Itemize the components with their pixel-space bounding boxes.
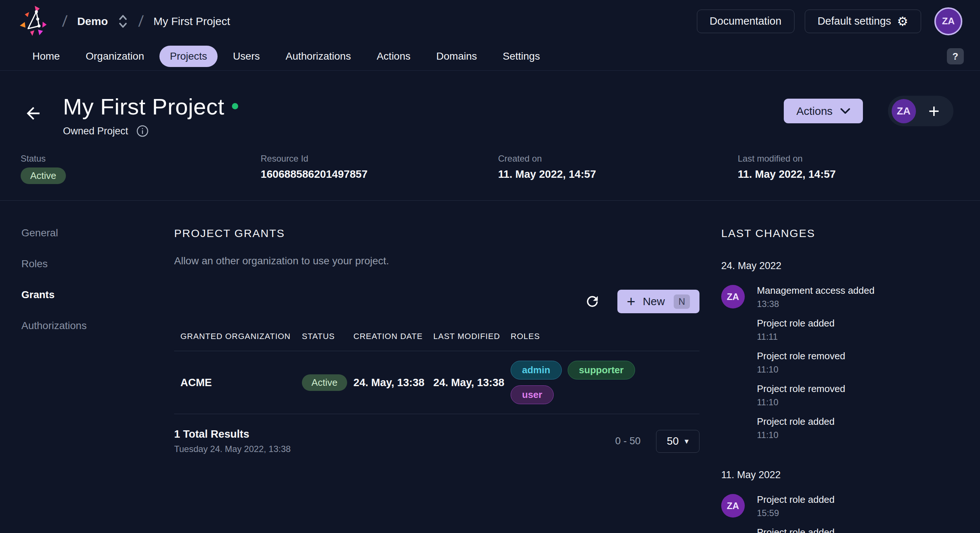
new-grant-button[interactable]: + New N	[617, 290, 700, 313]
change-event[interactable]: Project role removed 11:10	[757, 383, 874, 407]
changes-event-list: Management access added 13:38 Project ro…	[757, 285, 874, 449]
total-results-timestamp: Tuesday 24. May 2022, 13:38	[174, 444, 291, 454]
meta-value: 11. May 2022, 14:57	[498, 168, 738, 180]
info-icon[interactable]	[136, 125, 149, 137]
cell-status: Active	[302, 374, 353, 391]
meta-row: Status Active Resource Id 16068858620149…	[0, 137, 980, 184]
meta-value: 11. May 2022, 14:57	[738, 168, 836, 180]
column-header-creation-date: CREATION DATE	[353, 332, 433, 341]
org-switcher-unfold-icon[interactable]	[118, 14, 129, 29]
change-event[interactable]: Project role added 15:59	[757, 494, 835, 518]
status-badge: Active	[21, 167, 66, 184]
change-event-title: Project role removed	[757, 383, 874, 395]
change-event[interactable]: Project role removed 11:10	[757, 350, 874, 375]
page-title: My First Project	[63, 94, 224, 119]
top-bar: / Demo / My First Project Documentation …	[0, 0, 980, 42]
change-author-avatar[interactable]: ZA	[721, 285, 745, 309]
user-avatar[interactable]: ZA	[934, 7, 963, 35]
tab-authorizations[interactable]: Authorizations	[275, 46, 361, 67]
zitadel-logo-icon[interactable]	[19, 5, 52, 38]
help-icon: ?	[952, 51, 958, 62]
breadcrumb-project[interactable]: My First Project	[154, 15, 230, 28]
grants-description: Allow an other organization to use your …	[174, 255, 700, 267]
sidebar-item-roles[interactable]: Roles	[21, 258, 174, 270]
grants-section: PROJECT GRANTS Allow an other organizati…	[174, 227, 700, 533]
meta-label: Resource Id	[261, 153, 498, 164]
column-header-last-modified: LAST MODIFIED	[433, 332, 511, 341]
sidebar-item-authorizations[interactable]: Authorizations	[21, 320, 174, 332]
change-author-avatar[interactable]: ZA	[721, 494, 745, 517]
last-changes-panel: LAST CHANGES 24. May 2022 ZA Management …	[700, 227, 980, 533]
meta-field-resource-id: Resource Id 160688586201497857	[261, 153, 498, 184]
totals-block: 1 Total Results Tuesday 24. May 2022, 13…	[174, 428, 291, 454]
role-chip-supporter: supporter	[568, 361, 635, 380]
change-event[interactable]: Project role added 11:11	[757, 318, 874, 342]
status-badge: Active	[302, 374, 347, 391]
actions-menu-button[interactable]: Actions	[784, 99, 862, 123]
cell-granted-organization: ACME	[180, 377, 302, 389]
last-changes-title: LAST CHANGES	[721, 227, 965, 240]
change-event-title: Project role added	[757, 416, 874, 427]
change-event-title: Project role added	[757, 494, 835, 505]
help-button[interactable]: ?	[947, 48, 964, 64]
tab-projects[interactable]: Projects	[159, 46, 217, 67]
breadcrumb-separator: /	[138, 13, 144, 30]
page-size-select[interactable]: 50 ▾	[656, 430, 700, 453]
meta-label: Status	[21, 153, 261, 164]
total-results-label: 1 Total Results	[174, 428, 291, 440]
default-settings-button[interactable]: Default settings ⚙	[805, 10, 921, 33]
change-event[interactable]: Project role added 15:59	[757, 527, 835, 533]
role-chip-user: user	[511, 385, 554, 404]
change-event-title: Project role added	[757, 527, 835, 533]
active-state-dot-icon	[232, 103, 238, 109]
changes-group-date: 24. May 2022	[721, 260, 965, 272]
breadcrumb-separator: /	[62, 13, 68, 30]
gear-icon: ⚙	[897, 15, 908, 28]
tab-organization[interactable]: Organization	[75, 46, 154, 67]
contributor-avatar[interactable]: ZA	[892, 99, 916, 123]
table-footer: 1 Total Results Tuesday 24. May 2022, 13…	[174, 428, 700, 454]
breadcrumb-org[interactable]: Demo	[77, 15, 108, 28]
avatar-initials: ZA	[727, 291, 739, 302]
tab-home[interactable]: Home	[22, 46, 70, 67]
grants-toolbar: + New N	[174, 290, 700, 313]
tab-actions[interactable]: Actions	[366, 46, 421, 67]
grant-table-row[interactable]: ACME Active 24. May, 13:38 24. May, 13:3…	[174, 351, 700, 414]
change-event-time: 11:10	[757, 397, 874, 407]
tab-users[interactable]: Users	[223, 46, 270, 67]
tab-settings[interactable]: Settings	[493, 46, 550, 67]
sidebar-item-grants[interactable]: Grants	[21, 289, 174, 301]
changes-avatar-column: ZA	[721, 494, 757, 533]
new-label: New	[643, 295, 665, 308]
changes-event-list: Project role added 15:59 Project role ad…	[757, 494, 835, 533]
page-header: My First Project Owned Project Actions Z…	[0, 71, 980, 137]
actions-label: Actions	[796, 105, 832, 118]
change-event[interactable]: Project role added 11:10	[757, 416, 874, 440]
back-arrow-icon[interactable]	[24, 104, 43, 123]
add-contributor-button[interactable]: +	[929, 102, 940, 121]
page-size-value: 50	[667, 435, 678, 447]
changes-group-date: 11. May 2022	[721, 469, 965, 481]
refresh-icon[interactable]	[584, 293, 600, 310]
tab-domains[interactable]: Domains	[426, 46, 487, 67]
change-event-time: 11:10	[757, 430, 874, 440]
meta-label: Created on	[498, 153, 738, 164]
avatar-initials: ZA	[942, 16, 955, 27]
change-event[interactable]: Management access added 13:38	[757, 285, 874, 309]
grants-table-header: GRANTED ORGANIZATION STATUS CREATION DAT…	[174, 332, 700, 351]
content-area: General Roles Grants Authorizations PROJ…	[0, 200, 980, 533]
change-event-time: 11:11	[757, 332, 874, 342]
meta-field-created-on: Created on 11. May 2022, 14:57	[498, 153, 738, 184]
grants-title: PROJECT GRANTS	[174, 227, 700, 240]
change-event-title: Project role removed	[757, 350, 874, 362]
plus-icon: +	[627, 294, 635, 309]
keyboard-shortcut-badge: N	[674, 294, 690, 309]
change-event-title: Project role added	[757, 318, 874, 329]
documentation-button[interactable]: Documentation	[697, 10, 794, 33]
contributors-pill: ZA +	[888, 96, 953, 126]
section-sidebar: General Roles Grants Authorizations	[0, 227, 174, 533]
cell-last-modified: 24. May, 13:38	[433, 377, 511, 389]
sidebar-item-general[interactable]: General	[21, 227, 174, 239]
changes-group: 24. May 2022 ZA Management access added …	[721, 260, 965, 449]
chevron-down-icon	[840, 108, 850, 115]
